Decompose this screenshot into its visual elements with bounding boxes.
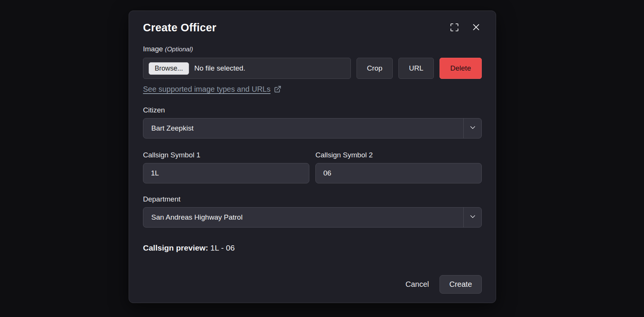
callsign2-field: Callsign Symbol 2 xyxy=(315,151,482,183)
create-officer-modal: Create Officer xyxy=(129,11,496,303)
department-select-chevron xyxy=(463,208,481,227)
create-button[interactable]: Create xyxy=(440,275,482,294)
callsign-preview-value: 1L - 06 xyxy=(211,243,235,252)
page-background: Create Officer xyxy=(0,0,644,317)
optional-tag: (Optional) xyxy=(165,46,193,53)
external-link-icon xyxy=(274,85,281,93)
callsign-grid: Callsign Symbol 1 Callsign Symbol 2 xyxy=(143,151,482,183)
supported-types-link[interactable]: See supported image types and URLs xyxy=(143,85,271,94)
url-button[interactable]: URL xyxy=(398,58,434,79)
callsign2-label: Callsign Symbol 2 xyxy=(315,151,482,159)
close-icon xyxy=(472,23,481,32)
chevron-down-icon xyxy=(469,123,477,133)
citizen-field-label: Citizen xyxy=(143,106,482,114)
department-field-label: Department xyxy=(143,195,482,203)
image-row: Browse... No file selected. Crop URL Del… xyxy=(143,58,482,79)
modal-header: Create Officer xyxy=(143,22,482,34)
image-field-label: Image (Optional) xyxy=(143,45,482,53)
image-label-text: Image xyxy=(143,45,163,53)
department-select[interactable]: San Andreas Highway Patrol xyxy=(143,207,482,228)
image-file-input[interactable]: Browse... No file selected. xyxy=(143,58,351,79)
callsign1-input[interactable] xyxy=(143,163,309,183)
callsign1-field: Callsign Symbol 1 xyxy=(143,151,309,183)
crop-button[interactable]: Crop xyxy=(357,58,393,79)
callsign-preview-label: Callsign preview: xyxy=(143,243,208,252)
header-actions xyxy=(449,22,482,33)
close-button[interactable] xyxy=(470,22,482,33)
callsign1-label: Callsign Symbol 1 xyxy=(143,151,309,159)
supported-types-row: See supported image types and URLs xyxy=(143,85,482,94)
delete-image-button[interactable]: Delete xyxy=(440,58,482,79)
chevron-down-icon xyxy=(469,212,477,222)
maximize-button[interactable] xyxy=(449,22,460,33)
modal-title: Create Officer xyxy=(143,22,217,34)
maximize-icon xyxy=(450,23,459,32)
citizen-select[interactable]: Bart Zeepkist xyxy=(143,118,482,138)
cancel-button[interactable]: Cancel xyxy=(399,276,436,292)
file-status-text: No file selected. xyxy=(194,64,245,72)
citizen-select-chevron xyxy=(463,118,481,138)
browse-button[interactable]: Browse... xyxy=(149,62,189,75)
department-select-value: San Andreas Highway Patrol xyxy=(143,208,463,227)
callsign2-input[interactable] xyxy=(315,163,482,183)
callsign-preview: Callsign preview: 1L - 06 xyxy=(143,243,482,252)
modal-footer: Cancel Create xyxy=(143,275,482,294)
citizen-select-value: Bart Zeepkist xyxy=(143,118,463,138)
